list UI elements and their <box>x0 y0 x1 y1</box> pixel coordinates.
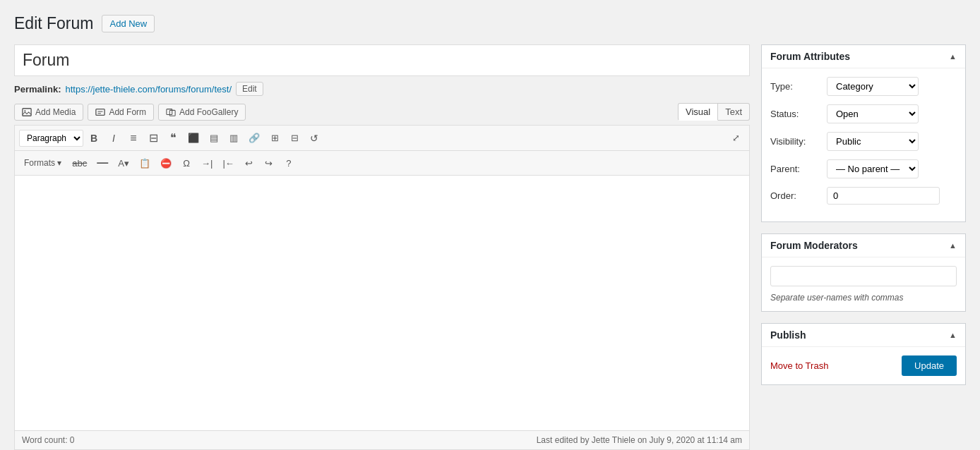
more-button[interactable]: ⊟ <box>285 130 304 146</box>
add-foogallery-label: Add FooGallery <box>179 107 238 117</box>
order-label: Order: <box>770 190 827 201</box>
svg-rect-2 <box>96 109 104 115</box>
indent-button[interactable]: →| <box>197 155 217 171</box>
order-row: Order: <box>770 187 957 205</box>
ol-button[interactable]: ⊟ <box>144 128 162 147</box>
paragraph-select[interactable]: Paragraph Heading 1 Heading 2 Heading 3 <box>19 130 83 147</box>
add-new-button[interactable]: Add New <box>102 15 155 32</box>
add-media-label: Add Media <box>35 107 76 117</box>
svg-rect-0 <box>23 108 31 116</box>
editor-content[interactable] <box>15 176 749 430</box>
format-bar-2: Formats ▾ abc — A▾ 📋 ⛔ Ω →| |← ↩ ↪ ? <box>15 151 749 176</box>
add-form-label: Add Form <box>109 107 146 117</box>
type-label: Type: <box>770 81 827 92</box>
add-media-button[interactable]: Add Media <box>14 104 83 121</box>
align-center-button[interactable]: ▤ <box>205 130 223 146</box>
forum-attributes-box: Forum Attributes ▲ Type: Category Forum … <box>761 44 966 222</box>
permalink-edit-button[interactable]: Edit <box>236 82 263 96</box>
text-tab[interactable]: Text <box>718 103 750 121</box>
status-row: Status: Open Closed <box>770 104 957 123</box>
help-button[interactable]: ? <box>280 155 298 171</box>
link-button[interactable]: 🔗 <box>244 130 264 146</box>
paste-text-button[interactable]: 📋 <box>135 155 155 171</box>
format-bar-1: Paragraph Heading 1 Heading 2 Heading 3 … <box>15 126 749 151</box>
parent-label: Parent: <box>770 164 827 174</box>
hr-button[interactable]: — <box>92 154 112 172</box>
insert-table-button[interactable]: ⊞ <box>265 130 284 146</box>
align-right-button[interactable]: ▥ <box>225 130 243 146</box>
add-foogallery-button[interactable]: Add FooGallery <box>158 104 246 121</box>
bold-button[interactable]: B <box>85 130 103 147</box>
move-to-trash-link[interactable]: Move to Trash <box>770 360 828 371</box>
forum-moderators-box: Forum Moderators ▲ Separate user-names w… <box>761 233 966 312</box>
formats-dropdown-button[interactable]: Formats ▾ <box>19 155 66 171</box>
ul-button[interactable]: ≡ <box>124 129 143 147</box>
text-color-button[interactable]: A▾ <box>114 155 133 171</box>
publish-title: Publish <box>770 329 806 341</box>
visual-tab[interactable]: Visual <box>678 103 718 121</box>
moderators-input[interactable] <box>770 266 957 286</box>
visibility-select[interactable]: Public Private Hidden <box>827 132 919 151</box>
clear-format-button[interactable]: ⛔ <box>156 155 176 171</box>
redo-button[interactable]: ↪ <box>260 155 278 171</box>
update-button[interactable]: Update <box>902 355 957 376</box>
strikethrough-button[interactable]: abc <box>68 155 91 171</box>
forum-attributes-collapse[interactable]: ▲ <box>949 52 957 61</box>
special-chars-button[interactable]: Ω <box>177 155 196 171</box>
parent-row: Parent: — No parent — <box>770 159 957 178</box>
visibility-row: Visibility: Public Private Hidden <box>770 132 957 151</box>
type-select[interactable]: Category Forum Link <box>827 77 919 96</box>
publish-box: Publish ▲ Move to Trash Update <box>761 323 966 385</box>
italic-button[interactable]: I <box>104 130 123 147</box>
parent-select[interactable]: — No parent — <box>827 159 919 178</box>
add-form-button[interactable]: Add Form <box>88 104 154 121</box>
blockquote-button[interactable]: ❝ <box>164 128 182 147</box>
post-title-input[interactable] <box>14 44 750 76</box>
visibility-label: Visibility: <box>770 136 827 147</box>
order-input[interactable] <box>827 187 940 205</box>
last-edited: Last edited by Jette Thiele on July 9, 2… <box>537 435 742 445</box>
type-row: Type: Category Forum Link <box>770 77 957 96</box>
status-select[interactable]: Open Closed <box>827 104 919 123</box>
form-icon <box>95 107 105 117</box>
forum-moderators-title: Forum Moderators <box>770 240 858 251</box>
permalink-label: Permalink: <box>14 84 61 95</box>
image-icon <box>22 107 32 117</box>
svg-point-1 <box>24 110 25 111</box>
publish-collapse[interactable]: ▲ <box>949 331 957 339</box>
page-title: Edit Forum <box>14 14 93 33</box>
forum-attributes-title: Forum Attributes <box>770 51 850 62</box>
outdent-button[interactable]: |← <box>218 155 238 171</box>
forum-moderators-collapse[interactable]: ▲ <box>949 241 957 250</box>
undo-button[interactable]: ↩ <box>240 155 258 171</box>
moderators-hint: Separate user-names with commas <box>770 293 904 303</box>
align-left-button[interactable]: ⬛ <box>184 130 203 146</box>
word-count: Word count: 0 <box>22 435 74 445</box>
fullscreen-button[interactable]: ⤢ <box>727 130 745 146</box>
refresh-button[interactable]: ↺ <box>305 130 323 147</box>
gallery-icon <box>166 107 176 117</box>
permalink-link[interactable]: https://jette-thiele.com/forums/forum/te… <box>65 84 232 95</box>
status-label: Status: <box>770 109 827 119</box>
